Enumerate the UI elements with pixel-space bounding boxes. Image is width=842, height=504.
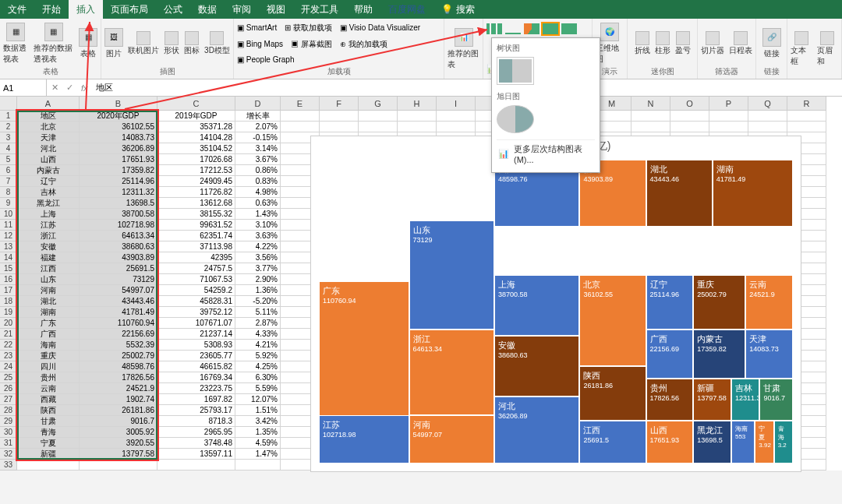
fx-icon[interactable]: fx (81, 83, 88, 93)
dropdown-section-sunburst: 旭日图 (497, 91, 595, 102)
treemap-node[interactable]: 江西25691.5 (579, 421, 646, 463)
bing-maps-button[interactable]: ▣ Bing Maps (237, 40, 283, 48)
treemap-node[interactable]: 辽宁25114.96 (646, 275, 694, 330)
icons-button[interactable]: 图标 (184, 31, 200, 56)
treemap-node[interactable]: 吉林12311.32 (731, 379, 759, 421)
tab-review[interactable]: 审阅 (225, 0, 259, 19)
timeline-button[interactable]: 日程表 (729, 31, 752, 56)
treemap-area: 广东110760.94江苏102718.98山东73129浙江64613.34河… (319, 160, 793, 463)
pivot-table-button[interactable]: ▦数据透视表 (3, 23, 29, 65)
group-label-illus: 插图 (160, 66, 175, 77)
spark-col-button[interactable]: 柱形 (655, 31, 670, 56)
treemap-chart[interactable]: 202 (单位:亿) 广东110760.94江苏102718.98山东73129… (310, 136, 801, 472)
spark-wl-button[interactable]: 盈亏 (675, 31, 691, 56)
bar-chart-icon[interactable] (486, 23, 502, 34)
formula-input[interactable]: 地区 (96, 82, 113, 93)
tab-file[interactable]: 文件 (0, 0, 34, 19)
hierarchy-chart-icon[interactable] (543, 23, 558, 34)
tab-layout[interactable]: 页面布局 (103, 0, 156, 19)
treemap-node[interactable]: 陕西26181.86 (579, 366, 646, 421)
tab-formula[interactable]: 公式 (156, 0, 190, 19)
pie-chart-icon[interactable] (524, 23, 540, 34)
treemap-node[interactable]: 山西17651.93 (646, 421, 694, 463)
stat-chart-icon[interactable] (561, 23, 577, 34)
menu-tabs: 文件 开始 插入 页面布局 公式 数据 审阅 视图 开发工具 帮助 百度网盘 💡… (0, 0, 842, 19)
tab-baidu[interactable]: 百度网盘 (380, 0, 433, 19)
smartart-button[interactable]: ▣ SmartArt (237, 23, 277, 32)
treemap-node[interactable]: 北京36102.55 (579, 275, 646, 366)
name-box[interactable]: A1 (0, 79, 47, 96)
tab-view[interactable]: 视图 (259, 0, 293, 19)
rec-pivot-button[interactable]: ▦推荐的数据透视表 (34, 23, 74, 65)
header-footer-button[interactable]: 页眉和 (817, 31, 839, 67)
treemap-node[interactable]: 江苏102718.98 (319, 415, 409, 463)
tab-dev[interactable]: 开发工具 (293, 0, 346, 19)
people-graph-button[interactable]: ▣ People Graph (237, 55, 295, 64)
ribbon: ▦数据透视表 ▦推荐的数据透视表 ▦表格 表格 🖼图片 联机图片 形状 图标 3… (0, 19, 842, 79)
treemap-node[interactable]: 湖北43443.46 (646, 160, 713, 227)
sunburst-thumb[interactable] (497, 105, 534, 133)
treemap-node[interactable]: 重庆25002.79 (693, 275, 745, 330)
cancel-icon[interactable]: ✕ (51, 83, 58, 93)
treemap-node[interactable]: 青 海 3.2 (774, 421, 793, 463)
treemap-node[interactable]: 甘肃9016.7 (759, 379, 793, 421)
link-button[interactable]: 🔗链接 (762, 28, 781, 59)
slicer-button[interactable]: 切片器 (701, 31, 724, 56)
treemap-node[interactable]: 黑龙江13698.5 (693, 421, 731, 463)
rec-charts-button[interactable]: 📊推荐的图表 (448, 28, 479, 70)
treemap-node[interactable]: 贵州17826.56 (646, 379, 694, 421)
treemap-node[interactable]: 广西22156.69 (646, 330, 694, 378)
visio-button[interactable]: ▣ Visio Data Visualizer (340, 23, 420, 32)
group-label-tables: 表格 (43, 66, 58, 77)
hierarchy-chart-dropdown: 树状图 旭日图 📊更多层次结构图表(M)... (491, 37, 600, 173)
confirm-icon[interactable]: ✓ (66, 83, 73, 93)
line-chart-icon[interactable] (505, 23, 521, 34)
group-label-addons: 加载项 (327, 66, 351, 77)
treemap-node[interactable]: 河北36206.89 (494, 397, 579, 463)
dropdown-section-treemap: 树状图 (497, 43, 595, 54)
treemap-node[interactable]: 河南54997.07 (409, 415, 494, 463)
tab-help[interactable]: 帮助 (346, 0, 380, 19)
treemap-node[interactable]: 山东73129 (409, 220, 494, 330)
chart-icon: 📊 (498, 149, 509, 159)
search-icon: 💡 (441, 4, 453, 15)
formula-bar: A1 ✕ ✓ fx 地区 (0, 79, 842, 97)
shapes-button[interactable]: 形状 (164, 31, 179, 56)
tab-search[interactable]: 💡搜索 (433, 0, 483, 19)
online-pic-button[interactable]: 联机图片 (128, 31, 159, 56)
table-button[interactable]: ▦表格 (79, 28, 97, 59)
tab-insert[interactable]: 插入 (69, 0, 103, 19)
treemap-node[interactable]: 上海38700.58 (494, 275, 579, 336)
tab-data[interactable]: 数据 (190, 0, 225, 19)
treemap-node[interactable]: 浙江64613.34 (409, 330, 494, 414)
picture-button[interactable]: 🖼图片 (104, 28, 123, 59)
treemap-node[interactable]: 内蒙古17359.82 (693, 330, 745, 378)
screenshot-button[interactable]: ▣ 屏幕截图 (291, 39, 332, 50)
my-addons-button[interactable]: ⊕ 我的加载项 (340, 39, 387, 50)
treemap-node[interactable]: 安徽38680.63 (494, 336, 579, 397)
textbox-button[interactable]: 文本框 (791, 31, 812, 67)
treemap-thumb[interactable] (497, 57, 534, 85)
treemap-node[interactable]: 云南24521.9 (745, 275, 793, 330)
3d-model-button[interactable]: 3D模型 (204, 31, 230, 56)
treemap-node[interactable]: 海南 553 (731, 421, 755, 463)
treemap-node[interactable]: 天津14083.73 (745, 330, 793, 378)
get-addons-button[interactable]: ⊞ 获取加载项 (285, 23, 332, 33)
more-hierarchy-charts[interactable]: 📊更多层次结构图表(M)... (497, 139, 595, 167)
tab-home[interactable]: 开始 (34, 0, 69, 19)
treemap-node[interactable]: 湖南41781.49 (713, 160, 793, 227)
spark-line-button[interactable]: 折线 (635, 31, 650, 56)
treemap-node[interactable]: 宁 夏 3.92 (755, 421, 773, 463)
treemap-node[interactable]: 新疆13797.58 (693, 379, 731, 421)
